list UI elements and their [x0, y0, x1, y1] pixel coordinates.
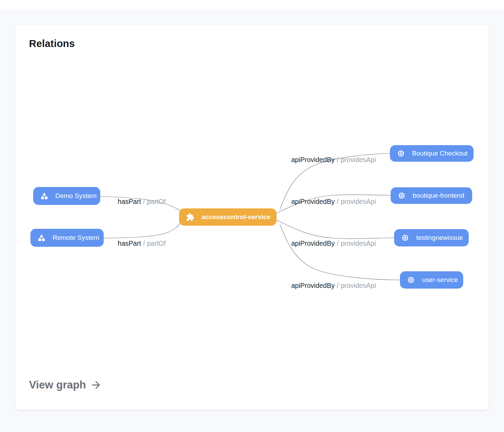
node-label: boutique-frontend: [413, 192, 464, 199]
node-label: testingnewissue: [416, 234, 463, 242]
edge-center-to-user: [280, 225, 400, 280]
edge-relation-primary: apiProvidedBy: [291, 156, 335, 164]
node-label: Boutique Checkout: [412, 150, 468, 157]
edge-relation-primary: apiProvidedBy: [291, 198, 335, 206]
relations-card: Relations hasPart / partOf hasPart / par…: [15, 25, 489, 410]
node-accesscontrol-service[interactable]: accesscontrol-service: [179, 208, 277, 226]
edge-label-haspart-1: hasPart / partOf: [118, 198, 166, 206]
memory-icon: [398, 191, 406, 200]
memory-icon: [401, 234, 409, 242]
edge-label-apiprovidedby-4: apiProvidedBy / providesApi: [291, 282, 376, 290]
category-icon: [40, 192, 48, 200]
edge-relation-primary: hasPart: [118, 240, 141, 247]
edge-remote-to-center: [104, 223, 181, 238]
edge-relation-primary: apiProvidedBy: [291, 282, 335, 290]
node-boutique-checkout[interactable]: Boutique Checkout: [390, 145, 474, 162]
relations-graph: hasPart / partOf hasPart / partOf apiPro…: [15, 25, 489, 410]
edge-label-apiprovidedby-1: apiProvidedBy / providesApi: [291, 156, 376, 164]
node-label: Demo System: [55, 192, 96, 200]
node-label: user-service: [422, 276, 458, 284]
edge-relation-primary: apiProvidedBy: [291, 240, 335, 247]
edge-relation-secondary: providesApi: [341, 240, 376, 247]
edge-center-to-testing: [277, 220, 394, 239]
edge-relation-secondary: partOf: [147, 198, 166, 206]
node-label: Remote System: [53, 234, 99, 242]
edge-relation-secondary: providesApi: [341, 156, 376, 164]
node-demo-system[interactable]: Demo System: [33, 187, 100, 205]
memory-icon: [407, 276, 415, 284]
edge-relation-separator: /: [337, 240, 338, 247]
arrow-right-icon: [90, 379, 102, 391]
node-testingnewissue[interactable]: testingnewissue: [394, 229, 469, 246]
view-graph-label: View graph: [29, 379, 86, 391]
top-strip: [0, 0, 504, 10]
edge-relation-primary: hasPart: [118, 198, 141, 206]
extension-icon: [186, 213, 195, 222]
edge-relation-separator: /: [143, 198, 145, 206]
edge-relation-secondary: providesApi: [341, 282, 376, 290]
edge-relation-separator: /: [337, 282, 338, 290]
view-graph-link[interactable]: View graph: [29, 379, 102, 391]
memory-icon: [397, 149, 405, 158]
category-icon: [37, 234, 46, 242]
edge-relation-secondary: partOf: [147, 240, 166, 247]
edge-label-apiprovidedby-2: apiProvidedBy / providesApi: [291, 198, 376, 206]
edge-relation-separator: /: [143, 240, 145, 247]
node-remote-system[interactable]: Remote System: [30, 229, 104, 247]
edge-label-haspart-2: hasPart / partOf: [118, 240, 166, 247]
edge-relation-separator: /: [337, 198, 338, 206]
edge-relation-separator: /: [337, 156, 338, 164]
node-label: accesscontrol-service: [202, 213, 271, 221]
node-user-service[interactable]: user-service: [400, 271, 463, 289]
edge-relation-secondary: providesApi: [341, 198, 376, 206]
edge-label-apiprovidedby-3: apiProvidedBy / providesApi: [291, 240, 376, 247]
node-boutique-frontend[interactable]: boutique-frontend: [391, 187, 472, 204]
